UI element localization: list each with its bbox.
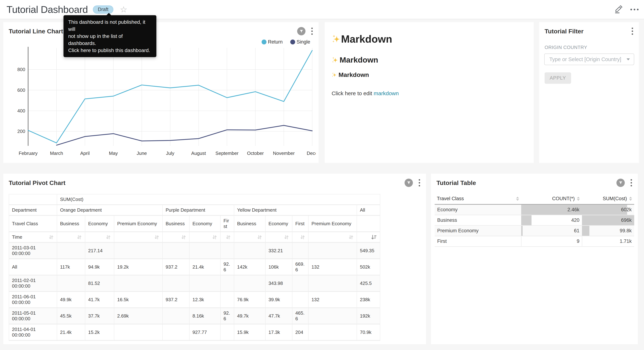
x-axis-tick: February	[19, 150, 38, 156]
pivot-cell: 49.7k	[234, 308, 266, 324]
pivot-cell: 47.7k	[266, 308, 292, 324]
legend-item-return[interactable]: Return	[262, 39, 283, 45]
table-card-menu-button[interactable]	[630, 178, 633, 187]
pivot-class-header: Economy	[85, 216, 114, 232]
pivot-row: 2011-03-01 00:00:00217.14332.21549.35	[9, 242, 380, 259]
legend-dot-icon	[290, 40, 295, 44]
pivot-cell	[220, 292, 234, 308]
sparkles-icon	[332, 72, 337, 78]
filter-badge-button[interactable]	[616, 179, 625, 187]
ellipsis-icon	[630, 9, 632, 10]
y-axis-tick: 200	[18, 128, 25, 134]
publish-tooltip[interactable]: This dashboard is not published, it will…	[64, 15, 156, 57]
pivot-cell	[308, 324, 357, 340]
sort-arrows-icon[interactable]	[257, 234, 262, 240]
cell-count: 9	[521, 236, 582, 246]
pivot-cell: 92.6	[220, 308, 234, 324]
edit-dashboard-button[interactable]	[614, 5, 623, 14]
cell-sum-cost: 99.8k	[582, 226, 634, 236]
pivot-cell: 142k	[234, 259, 266, 275]
column-header-count[interactable]: COUNT(*)	[521, 193, 582, 204]
pivot-cell: 549.35	[357, 242, 380, 259]
sparkles-icon	[332, 56, 338, 64]
pivot-cell: 204	[292, 324, 308, 340]
pivot-cell	[162, 324, 190, 340]
sort-arrows-icon[interactable]	[48, 234, 54, 240]
markdown-h1: Markdown	[332, 33, 526, 45]
markdown-card[interactable]: Markdown Markdown Markdown Click here to…	[325, 22, 534, 163]
legend-item-single[interactable]: Single	[290, 39, 310, 45]
pivot-class-header: Business	[57, 216, 85, 232]
pivot-row: 2011-04-01 00:00:0021.4k15.2k927.7715.9k…	[9, 324, 380, 340]
line-chart-svg: 200400600800FebruaryMarchAprilMayJuneJul…	[6, 45, 316, 162]
pivot-dim-time: Time	[12, 234, 22, 240]
cell-count: 2.46k	[521, 204, 582, 215]
cell-count: 420	[521, 215, 582, 226]
pivot-cell	[162, 242, 190, 259]
pivot-cell: 192k	[357, 308, 380, 324]
pivot-cell	[308, 242, 357, 259]
tutorial-table: Travel ClassCOUNT(*)SUM(Cost)Economy2.46…	[435, 193, 634, 247]
favorite-star-icon[interactable]: ☆	[120, 5, 127, 14]
sort-arrows-icon[interactable]	[76, 234, 82, 240]
y-axis-tick: 800	[18, 67, 25, 72]
sort-arrows-icon[interactable]	[212, 234, 217, 240]
sparkles-icon	[332, 34, 341, 44]
x-axis-tick: November	[273, 150, 294, 156]
y-axis-tick: 400	[18, 108, 25, 114]
pivot-row: 2011-06-01 00:00:0049.9k41.7k16.5k937.21…	[9, 292, 380, 308]
pivot-row: 2011-05-01 00:00:0045.5k37.7k2.69k8.16k9…	[9, 308, 380, 324]
pivot-class-header	[357, 216, 380, 232]
sort-arrows-icon[interactable]	[300, 234, 305, 240]
markdown-edit-link[interactable]: markdown	[374, 90, 399, 96]
sort-arrows-icon[interactable]	[181, 234, 186, 240]
filter-funnel-icon	[299, 29, 304, 34]
pivot-class-header: Premium Economy	[308, 216, 357, 232]
apply-button[interactable]: APPLY	[544, 72, 571, 84]
series-line-single	[56, 125, 312, 145]
pivot-measure-header: SUM(Cost)	[57, 194, 380, 205]
pivot-cell: 41.7k	[85, 292, 114, 308]
sort-arrows-icon[interactable]	[106, 234, 111, 240]
pivot-dim-department: Department	[9, 205, 57, 216]
draft-badge[interactable]: Draft	[93, 6, 114, 14]
filter-card: Tutorial Filter ORIGIN COUNTRY Type or S…	[539, 22, 639, 163]
pivot-row-label: 2011-06-01 00:00:00	[9, 292, 57, 308]
pivot-cell: 92.6	[220, 259, 234, 275]
pivot-cell: 15.9k	[234, 324, 266, 340]
kebab-icon	[630, 179, 632, 180]
pivot-cell: 132	[308, 292, 357, 308]
pivot-cell	[162, 275, 190, 292]
pivot-cell: 927.77	[190, 324, 220, 340]
filter-badge-button[interactable]	[404, 179, 413, 187]
cell-travel-class: Business	[435, 215, 521, 226]
pivot-cell: 217.14	[85, 242, 114, 259]
pivot-cell: 39.9k	[266, 292, 292, 308]
filter-funnel-icon	[406, 180, 411, 185]
sum-bar	[582, 236, 582, 246]
more-menu-button[interactable]	[630, 9, 638, 10]
line-chart-menu-button[interactable]	[310, 27, 314, 36]
filter-badge-button[interactable]	[297, 27, 306, 35]
sort-arrows-icon[interactable]	[348, 234, 354, 240]
column-header-travel-class[interactable]: Travel Class	[435, 193, 521, 204]
table-card-title: Tutorial Table	[436, 179, 476, 186]
pivot-cell: 16.5k	[114, 292, 162, 308]
pivot-row: 2011-02-01 00:00:0081.52343.98425.5	[9, 275, 380, 292]
pivot-chart-menu-button[interactable]	[418, 178, 421, 187]
cell-travel-class: Premium Economy	[435, 226, 521, 236]
sort-arrows-icon[interactable]	[284, 234, 289, 240]
filter-card-menu-button[interactable]	[631, 27, 634, 36]
pivot-cell	[292, 292, 308, 308]
column-header-sum-cost[interactable]: SUM(Cost)	[582, 193, 634, 204]
sort-carets-icon	[516, 197, 519, 201]
sort-arrows-icon[interactable]	[154, 234, 160, 240]
pivot-cell	[308, 275, 357, 292]
x-axis-tick: May	[109, 150, 118, 156]
sort-carets-icon	[577, 197, 580, 201]
sort-desc-icon[interactable]	[371, 234, 377, 240]
pivot-cell	[162, 308, 190, 324]
sort-arrows-icon[interactable]	[226, 234, 231, 240]
origin-country-select[interactable]: Type or Select [Origin Country]	[544, 54, 634, 65]
pivot-cell: 15.2k	[85, 324, 114, 340]
